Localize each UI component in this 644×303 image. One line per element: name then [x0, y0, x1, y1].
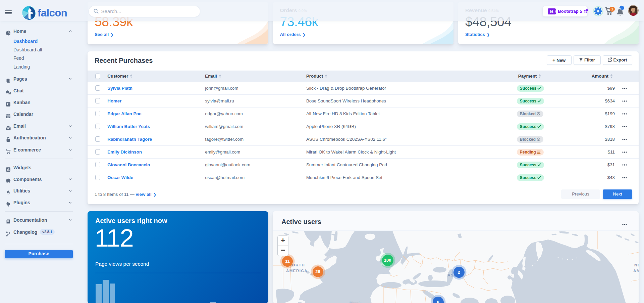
- svg-text:1: 1: [611, 7, 613, 11]
- svg-text:B: B: [550, 9, 553, 14]
- svg-text:Atlantic: Atlantic: [348, 300, 362, 303]
- svg-text:AME: AME: [633, 269, 639, 273]
- svg-text:NO: NO: [634, 263, 639, 267]
- svg-text:AMERICA: AMERICA: [286, 269, 308, 273]
